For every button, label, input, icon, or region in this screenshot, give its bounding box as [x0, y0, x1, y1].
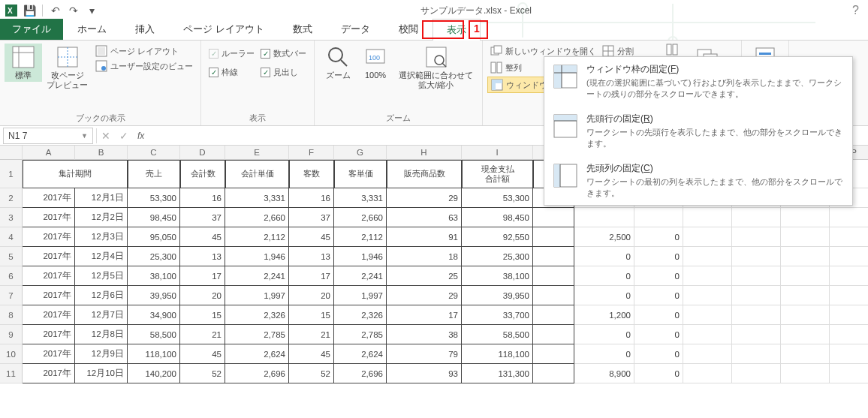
cell-guests[interactable]: 17: [289, 266, 334, 286]
cell-year[interactable]: 2017年: [23, 208, 75, 227]
cell-cash[interactable]: 98,450: [462, 208, 533, 227]
cell-avg-guest[interactable]: 2,660: [334, 208, 387, 227]
excel-icon[interactable]: X: [3, 2, 20, 19]
cancel-formula-button[interactable]: ✕: [97, 130, 115, 142]
cell-year[interactable]: 2017年: [23, 266, 75, 286]
cell-receipts[interactable]: 21: [180, 325, 225, 344]
row-header[interactable]: 3: [0, 208, 23, 227]
cell-items[interactable]: 18: [387, 247, 462, 266]
cell-sales[interactable]: 38,100: [128, 266, 180, 286]
tab-file[interactable]: ファイル: [0, 19, 63, 40]
cell-avg-receipt[interactable]: 3,331: [225, 188, 289, 208]
normal-view-button[interactable]: 標準: [5, 44, 42, 82]
column-header[interactable]: [0, 146, 23, 160]
name-box[interactable]: N1 7▼: [3, 128, 93, 144]
tab-data[interactable]: データ: [327, 18, 384, 40]
cell-avg-receipt[interactable]: 1,946: [225, 247, 289, 266]
cell-avg-guest[interactable]: 1,997: [334, 286, 387, 305]
table-header[interactable]: 会計数: [180, 160, 225, 188]
zoom-selection-button[interactable]: 選択範囲に合わせて 拡大/縮小: [394, 44, 478, 92]
zoom-100-button[interactable]: 100 100%: [357, 44, 394, 82]
cell-items[interactable]: 29: [387, 188, 462, 208]
empty-cell[interactable]: [830, 364, 868, 383]
cell-receipts[interactable]: 20: [180, 286, 225, 305]
qat-customize[interactable]: ▾: [83, 2, 100, 19]
cell-j[interactable]: [533, 266, 574, 286]
cell-date[interactable]: 12月1日: [75, 188, 128, 208]
cell-avg-receipt[interactable]: 2,660: [225, 208, 289, 227]
cell-guests[interactable]: 21: [289, 325, 334, 344]
cell-receipts[interactable]: 13: [180, 247, 225, 266]
cell-guests[interactable]: 45: [289, 227, 334, 247]
cell-guests[interactable]: 37: [289, 208, 334, 227]
row-header[interactable]: 2: [0, 188, 23, 208]
tab-home[interactable]: ホーム: [63, 18, 121, 40]
help-icon[interactable]: ?: [852, 4, 859, 17]
cell-sales[interactable]: 95,050: [128, 227, 180, 247]
table-header[interactable]: 客単価: [334, 160, 387, 188]
cell-cash[interactable]: 58,500: [462, 325, 533, 344]
cell-cash[interactable]: 53,300: [462, 188, 533, 208]
cell-l[interactable]: 0: [634, 247, 683, 266]
cell-items[interactable]: 29: [387, 286, 462, 305]
cell-k[interactable]: 2,500: [574, 227, 634, 247]
row-header[interactable]: 5: [0, 247, 23, 266]
cell-items[interactable]: 93: [387, 364, 462, 383]
empty-cell[interactable]: [732, 305, 781, 325]
row-header[interactable]: 9: [0, 325, 23, 344]
empty-cell[interactable]: [830, 344, 868, 364]
cell-sales[interactable]: 34,900: [128, 305, 180, 325]
cell-items[interactable]: 25: [387, 266, 462, 286]
empty-cell[interactable]: [781, 247, 830, 266]
view-side-icon[interactable]: [666, 44, 678, 56]
ruler-checkbox[interactable]: ✓ルーラー: [206, 47, 258, 61]
cell-l[interactable]: 0: [634, 364, 683, 383]
cell-avg-guest[interactable]: 2,696: [334, 364, 387, 383]
page-layout-button[interactable]: ページ レイアウト: [92, 44, 196, 59]
cell-l[interactable]: 0: [634, 266, 683, 286]
cell-k[interactable]: 0: [574, 286, 634, 305]
cell-k[interactable]: 1,200: [574, 305, 634, 325]
cell-k[interactable]: 8,900: [574, 364, 634, 383]
cell-j[interactable]: [533, 227, 574, 247]
cell-avg-receipt[interactable]: 1,997: [225, 286, 289, 305]
row-header[interactable]: 1: [0, 160, 23, 188]
column-header[interactable]: A: [23, 146, 75, 160]
cell-sales[interactable]: 39,950: [128, 286, 180, 305]
cell-guests[interactable]: 13: [289, 247, 334, 266]
cell-j[interactable]: [533, 325, 574, 344]
cell-receipts[interactable]: 16: [180, 188, 225, 208]
empty-cell[interactable]: [830, 227, 868, 247]
cell-items[interactable]: 91: [387, 227, 462, 247]
cell-k[interactable]: [574, 208, 634, 227]
cell-year[interactable]: 2017年: [23, 188, 75, 208]
cell-receipts[interactable]: 52: [180, 364, 225, 383]
save-button[interactable]: 💾: [21, 2, 38, 19]
empty-cell[interactable]: [830, 325, 868, 344]
cell-j[interactable]: [533, 208, 574, 227]
cell-cash[interactable]: 38,100: [462, 266, 533, 286]
column-header[interactable]: C: [128, 146, 180, 160]
cell-guests[interactable]: 20: [289, 286, 334, 305]
empty-cell[interactable]: [781, 227, 830, 247]
cell-date[interactable]: 12月6日: [75, 286, 128, 305]
cell-cash[interactable]: 33,700: [462, 305, 533, 325]
table-header[interactable]: 現金支払 合計額: [462, 160, 533, 188]
cell-k[interactable]: 0: [574, 266, 634, 286]
empty-cell[interactable]: [683, 266, 732, 286]
empty-cell[interactable]: [781, 364, 830, 383]
cell-receipts[interactable]: 17: [180, 266, 225, 286]
column-header[interactable]: D: [180, 146, 225, 160]
cell-date[interactable]: 12月8日: [75, 325, 128, 344]
cell-items[interactable]: 79: [387, 344, 462, 364]
cell-j[interactable]: [533, 364, 574, 383]
cell-k[interactable]: 0: [574, 247, 634, 266]
empty-cell[interactable]: [830, 208, 868, 227]
empty-cell[interactable]: [732, 325, 781, 344]
cell-avg-receipt[interactable]: 2,241: [225, 266, 289, 286]
cell-date[interactable]: 12月9日: [75, 344, 128, 364]
cell-avg-guest[interactable]: 2,785: [334, 325, 387, 344]
tab-insert[interactable]: 挿入: [121, 18, 169, 40]
row-header[interactable]: 7: [0, 286, 23, 305]
empty-cell[interactable]: [683, 247, 732, 266]
